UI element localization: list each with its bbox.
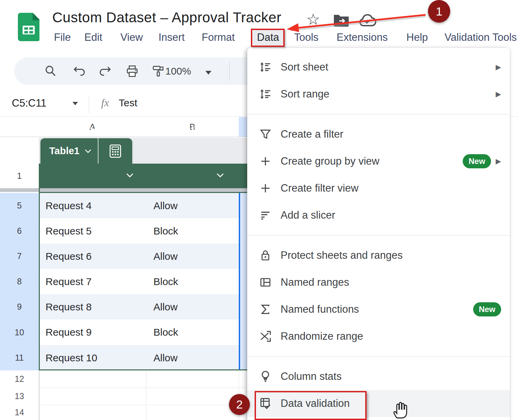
cell-b6-status[interactable]: Block <box>146 218 239 244</box>
table-name-chip[interactable]: Table1 <box>40 138 132 164</box>
cell-a7-entry[interactable]: Request 6 <box>39 244 146 269</box>
cloud-saved-icon[interactable] <box>358 14 377 28</box>
row-header-8[interactable]: 8 <box>0 269 39 295</box>
menu-item-column-stats[interactable]: Column stats <box>247 363 510 390</box>
cell-text: Request 9 <box>46 327 92 338</box>
annotation-box-data-menu <box>251 29 285 47</box>
undo-icon[interactable] <box>73 64 86 78</box>
cell-c7-selected[interactable] <box>239 244 247 269</box>
menubar-item-edit[interactable]: Edit <box>84 30 102 45</box>
name-box[interactable]: C5:C11 <box>12 97 47 109</box>
cell-text: Allow <box>153 352 178 364</box>
cell-c11-selected[interactable] <box>239 345 247 370</box>
cell-a6-entry[interactable]: Request 5 <box>39 218 146 244</box>
menu-item-label: Sort range <box>281 88 329 100</box>
name-box-arrow-icon[interactable] <box>73 102 78 105</box>
menu-item-protect-sheets-and-ranges[interactable]: Protect sheets and ranges <box>247 242 510 269</box>
cell-c9-selected[interactable] <box>239 294 247 319</box>
menu-item-label: Column stats <box>281 370 342 383</box>
row-header-6[interactable]: 6 <box>0 218 39 244</box>
google-sheets-window: Custom Dataset – Approval Tracker ☆ File… <box>0 0 518 420</box>
redo-icon[interactable] <box>98 64 112 78</box>
row-header-5[interactable]: 5 <box>0 193 39 219</box>
menubar-item-tools[interactable]: Tools <box>294 30 318 45</box>
menu-item-label: Create filter view <box>281 182 358 194</box>
menu-item-sort-range[interactable]: Sort range▶ <box>247 81 510 108</box>
menu-item-add-a-slicer[interactable]: Add a slicer <box>247 202 510 229</box>
cell-c8-selected[interactable] <box>239 269 247 294</box>
row-header-10[interactable]: 10 <box>0 319 39 345</box>
menu-item-create-filter-view[interactable]: Create filter view <box>247 175 510 202</box>
row-header-1[interactable]: 1 <box>0 164 39 189</box>
slicer-icon <box>258 208 272 222</box>
star-icon[interactable]: ☆ <box>306 10 320 28</box>
menu-item-randomize-range[interactable]: Randomize range <box>247 323 510 350</box>
row-header-9[interactable]: 9 <box>0 294 39 320</box>
plus-icon <box>258 181 272 195</box>
table-border-left <box>39 164 40 370</box>
shuffle-icon <box>258 329 272 343</box>
chevron-down-icon[interactable] <box>125 173 134 178</box>
cell-b7-status[interactable]: Allow <box>146 244 239 269</box>
formula-input[interactable]: Test <box>119 97 137 109</box>
cell-b9-status[interactable]: Allow <box>146 294 239 319</box>
cell-a11-entry[interactable]: Request 10 <box>39 345 146 370</box>
row-gutter <box>0 138 39 164</box>
cell-c6-selected[interactable] <box>239 218 247 244</box>
select-all-corner[interactable] <box>0 117 39 137</box>
new-badge: New <box>473 302 501 316</box>
chevron-down-icon[interactable] <box>216 173 225 178</box>
row-header-12[interactable]: 12 <box>0 370 39 388</box>
menu-item-create-a-filter[interactable]: Create a filter <box>247 121 510 148</box>
data-menu-dropdown: Sort sheet▶Sort range▶Create a filterCre… <box>247 48 510 420</box>
row-header-7[interactable]: 7 <box>0 244 39 269</box>
table-options-icon[interactable] <box>98 143 132 160</box>
gridline <box>39 405 250 405</box>
lightbulb-icon <box>258 369 272 384</box>
row-header-14[interactable]: 14 <box>0 405 39 420</box>
document-title[interactable]: Custom Dataset – Approval Tracker <box>52 9 281 26</box>
cell-text: 6 <box>17 226 22 236</box>
search-icon[interactable] <box>44 64 57 78</box>
gridline <box>146 388 146 405</box>
gridline <box>146 405 146 420</box>
cell-c10-selected[interactable] <box>239 319 247 345</box>
menubar-item-format[interactable]: Format <box>202 30 235 45</box>
cell-a9-entry[interactable]: Request 8 <box>39 294 146 319</box>
cell-a5-entry[interactable]: Request 4 <box>39 193 146 218</box>
row-header-11[interactable]: 11 <box>0 345 39 371</box>
menubar-item-help[interactable]: Help <box>406 30 428 45</box>
cell-a8-entry[interactable]: Request 7 <box>39 269 146 294</box>
paint-format-icon[interactable] <box>152 64 165 78</box>
zoom-control[interactable]: 100% <box>165 63 211 79</box>
cell-text: Block <box>153 225 178 237</box>
menu-item-sort-sheet[interactable]: Sort sheet▶ <box>247 54 510 81</box>
table-header-b-status[interactable]: B (Status) <box>162 117 210 142</box>
menu-item-named-functions[interactable]: Named functionsNew <box>247 296 510 323</box>
print-icon[interactable] <box>125 64 139 78</box>
annotation-step-1-badge: 1 <box>428 0 450 23</box>
cell-text: 7 <box>17 251 22 261</box>
menubar-item-view[interactable]: View <box>120 30 143 45</box>
cell-text: Allow <box>153 301 178 313</box>
cell-b11-status[interactable]: Allow <box>146 345 239 370</box>
cell-c5-selected[interactable] <box>239 193 247 218</box>
cell-b5-status[interactable]: Allow <box>146 193 239 218</box>
row-header-13[interactable]: 13 <box>0 388 39 405</box>
cell-a10-entry[interactable]: Request 9 <box>39 319 146 345</box>
menu-item-label: Sort sheet <box>281 61 328 73</box>
move-to-folder-icon[interactable] <box>333 13 349 27</box>
menubar-item-extensions[interactable]: Extensions <box>337 30 388 45</box>
cell-b8-status[interactable]: Block <box>146 269 239 294</box>
menubar-item-insert[interactable]: Insert <box>159 30 185 45</box>
cell-text: Request 8 <box>46 301 92 313</box>
menu-item-create-group-by-view[interactable]: Create group by viewNew▶ <box>247 148 510 175</box>
menubar-item-validation-tools[interactable]: Validation Tools <box>444 30 517 45</box>
named-ranges-icon <box>258 275 272 289</box>
cell-b10-status[interactable]: Block <box>146 319 239 345</box>
menu-item-named-ranges[interactable]: Named ranges <box>247 269 510 296</box>
cell-text: Request 6 <box>46 251 92 262</box>
menubar-item-file[interactable]: File <box>54 30 71 45</box>
table-header-a-entry[interactable]: A (Entry) <box>57 117 100 142</box>
cell-text: 5 <box>17 201 22 211</box>
